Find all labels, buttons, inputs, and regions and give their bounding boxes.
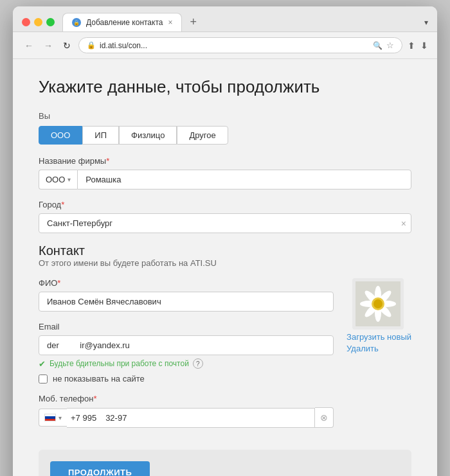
submit-area: ПРОДОЛЖИТЬ — [39, 450, 411, 476]
phone-clear-button[interactable]: ⊗ — [315, 407, 334, 428]
city-field-group: Город* × — [39, 200, 411, 233]
fio-label: ФИО* — [39, 278, 334, 288]
phone-flag-prefix[interactable]: ▾ — [39, 409, 67, 427]
you-section: Вы ООО ИП Физлицо Другое — [39, 111, 411, 145]
help-icon[interactable]: ? — [193, 358, 203, 369]
flag-arrow-icon: ▾ — [59, 414, 62, 421]
tab-bar: 🔒 Добавление контакта × + ▾ — [62, 13, 428, 31]
company-label: Название фирмы* — [39, 156, 411, 166]
forward-button[interactable]: → — [41, 39, 55, 52]
active-tab[interactable]: 🔒 Добавление контакта × — [62, 13, 182, 31]
submit-button[interactable]: ПРОДОЛЖИТЬ — [50, 461, 150, 476]
browser-window: 🔒 Добавление контакта × + ▾ ← → ↻ 🔒 id.a… — [13, 6, 437, 476]
close-traffic-light[interactable] — [22, 18, 30, 26]
refresh-button[interactable]: ↻ — [60, 39, 73, 52]
toggle-fizlitso[interactable]: Физлицо — [119, 126, 177, 145]
hide-checkbox[interactable] — [39, 375, 48, 383]
email-warning-text: Будьте бдительны при работе с почтой — [50, 359, 189, 368]
tab-favicon: 🔒 — [72, 18, 81, 27]
address-search-icon: 🔍 — [373, 41, 382, 50]
checkbox-row: не показывать на сайте — [39, 374, 334, 383]
svg-point-10 — [374, 299, 382, 308]
contact-title: Контакт — [39, 243, 411, 258]
russia-flag-icon — [44, 414, 56, 421]
city-clear-button[interactable]: × — [401, 218, 406, 229]
email-input[interactable] — [39, 335, 334, 355]
city-input[interactable] — [39, 213, 411, 233]
contact-subtitle: От этого имени вы будете работать на ATI… — [39, 258, 411, 268]
avatar-area: Загрузить новый Удалить — [344, 278, 411, 353]
fio-field-group: ФИО* — [39, 278, 334, 312]
new-tab-button[interactable]: + — [184, 13, 202, 31]
address-bar: ← → ↻ 🔒 id.ati.su/con... 🔍 ☆ ⬆ ⬇ — [13, 32, 437, 59]
company-prefix[interactable]: ООО ▾ — [39, 170, 77, 190]
prefix-arrow-icon: ▾ — [68, 176, 71, 183]
toggle-ooo[interactable]: ООО — [39, 126, 82, 145]
avatar-actions: Загрузить новый Удалить — [346, 332, 411, 353]
page-title: Укажите данные, чтобы продолжить — [39, 77, 411, 97]
warning-icon: ✔ — [39, 359, 46, 369]
address-star-icon[interactable]: ☆ — [386, 40, 394, 50]
phone-label: Моб. телефон* — [39, 394, 334, 403]
avatar-image — [352, 278, 404, 330]
city-input-wrapper: × — [39, 213, 411, 233]
maximize-traffic-light[interactable] — [46, 18, 55, 26]
page-content: Укажите данные, чтобы продолжить Вы ООО … — [13, 59, 437, 476]
tab-dropdown-button[interactable]: ▾ — [424, 18, 428, 27]
company-input[interactable] — [77, 170, 411, 190]
toggle-other[interactable]: Другое — [177, 126, 228, 145]
tab-close-button[interactable]: × — [168, 18, 172, 27]
phone-input[interactable] — [100, 408, 315, 428]
phone-code: +7 995 — [67, 408, 100, 428]
contact-fields: ФИО* Email ✔ Будьте бдительны при работе… — [39, 278, 334, 438]
toggle-ip[interactable]: ИП — [82, 126, 119, 145]
address-text: id.ati.su/con... — [100, 41, 369, 50]
company-field-group: Название фирмы* ООО ▾ — [39, 156, 411, 190]
contact-row: ФИО* Email ✔ Будьте бдительны при работе… — [39, 278, 411, 438]
you-label: Вы — [39, 111, 411, 121]
tab-title: Добавление контакта — [86, 18, 163, 27]
traffic-lights — [22, 18, 55, 26]
email-label: Email — [39, 322, 334, 331]
minimize-traffic-light[interactable] — [34, 18, 42, 26]
fio-input[interactable] — [39, 292, 334, 312]
address-input[interactable]: 🔒 id.ati.su/con... 🔍 ☆ — [78, 37, 402, 53]
toggle-group: ООО ИП Физлицо Другое — [39, 126, 411, 145]
email-field-group: Email ✔ Будьте бдительны при работе с по… — [39, 322, 334, 383]
download-icon[interactable]: ⬇ — [420, 40, 428, 51]
city-label: Город* — [39, 200, 411, 209]
share-icon[interactable]: ⬆ — [408, 40, 415, 51]
phone-row: ▾ +7 995 ⊗ — [39, 407, 334, 428]
upload-link[interactable]: Загрузить новый — [346, 332, 411, 342]
back-button[interactable]: ← — [22, 39, 36, 52]
daisy-svg — [356, 281, 401, 326]
phone-field-group: Моб. телефон* ▾ +7 995 ⊗ — [39, 394, 334, 428]
company-input-row: ООО ▾ — [39, 170, 411, 190]
checkbox-label: не показывать на сайте — [53, 374, 145, 383]
contact-section-header: Контакт От этого имени вы будете работат… — [39, 243, 411, 268]
title-bar: 🔒 Добавление контакта × + ▾ — [13, 6, 437, 32]
email-warning: ✔ Будьте бдительны при работе с почтой ? — [39, 358, 334, 369]
address-lock-icon: 🔒 — [87, 41, 96, 49]
delete-link[interactable]: Удалить — [346, 344, 411, 353]
